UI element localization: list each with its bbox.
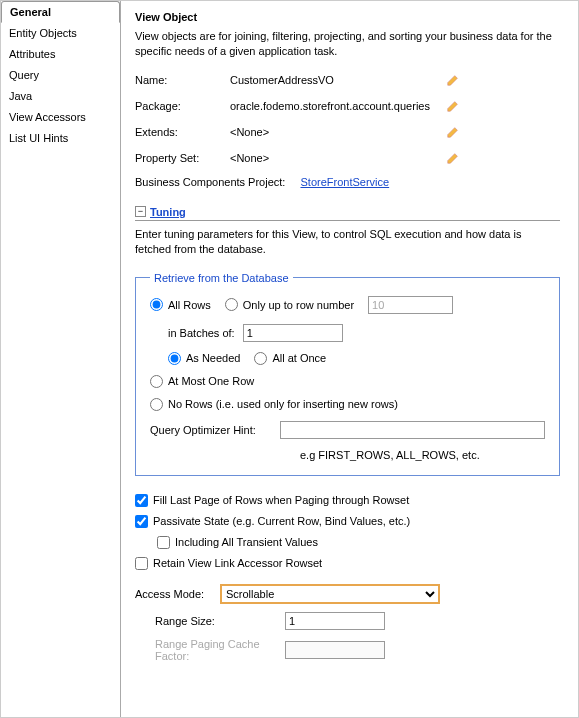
qoh-label: Query Optimizer Hint: xyxy=(150,424,280,436)
fill-last-label: Fill Last Page of Rows when Paging throu… xyxy=(153,494,409,506)
range-cache-input[interactable] xyxy=(285,641,385,659)
passivate-checkbox[interactable] xyxy=(135,515,148,528)
sidebar-tab-java[interactable]: Java xyxy=(1,86,120,107)
batches-label: in Batches of: xyxy=(168,327,235,339)
page-description: View objects are for joining, filtering,… xyxy=(135,29,560,60)
sidebar-tab-general[interactable]: General xyxy=(1,1,120,23)
including-trans-label: Including All Transient Values xyxy=(175,536,318,548)
edit-package-icon[interactable] xyxy=(445,98,461,114)
tab-label: Query xyxy=(9,69,39,81)
sidebar-tab-attributes[interactable]: Attributes xyxy=(1,44,120,65)
at-most-one-label: At Most One Row xyxy=(168,375,254,387)
no-rows-option[interactable]: No Rows (i.e. used only for inserting ne… xyxy=(150,398,398,411)
package-label: Package: xyxy=(135,100,230,112)
edit-propset-icon[interactable] xyxy=(445,150,461,166)
only-up-to-option[interactable]: Only up to row number xyxy=(225,298,354,311)
tab-label: Entity Objects xyxy=(9,27,77,39)
tuning-description: Enter tuning parameters for this View, t… xyxy=(135,227,560,258)
tab-label: Attributes xyxy=(9,48,55,60)
fill-last-checkbox[interactable] xyxy=(135,494,148,507)
tab-label: View Accessors xyxy=(9,111,86,123)
including-trans-row: Including All Transient Values xyxy=(157,536,560,549)
bcp-label: Business Components Project: xyxy=(135,176,285,188)
prop-row-name: Name: CustomerAddressVO xyxy=(135,72,560,88)
bcp-link[interactable]: StoreFrontService xyxy=(300,176,389,188)
retrieve-mode-row: All Rows Only up to row number xyxy=(150,296,545,314)
retain-vla-checkbox[interactable] xyxy=(135,557,148,570)
retain-vla-label: Retain View Link Accessor Rowset xyxy=(153,557,322,569)
tab-label: List UI Hints xyxy=(9,132,68,144)
as-needed-label: As Needed xyxy=(186,352,240,364)
qoh-row: Query Optimizer Hint: xyxy=(150,421,545,439)
page-title: View Object xyxy=(135,11,560,23)
range-size-row: Range Size: xyxy=(135,612,560,630)
tuning-expander-icon[interactable]: − xyxy=(135,206,146,217)
as-needed-option[interactable]: As Needed xyxy=(168,352,240,365)
batches-input[interactable] xyxy=(243,324,343,342)
name-value: CustomerAddressVO xyxy=(230,74,445,86)
sidebar: General Entity Objects Attributes Query … xyxy=(1,1,121,717)
edit-name-icon[interactable] xyxy=(445,72,461,88)
all-at-once-label: All at Once xyxy=(272,352,326,364)
tuning-title[interactable]: Tuning xyxy=(150,206,186,218)
name-label: Name: xyxy=(135,74,230,86)
at-most-one-row: At Most One Row xyxy=(150,375,545,388)
passivate-label: Passivate State (e.g. Current Row, Bind … xyxy=(153,515,410,527)
edit-extends-icon[interactable] xyxy=(445,124,461,140)
tab-label: Java xyxy=(9,90,32,102)
retrieve-legend: Retrieve from the Database xyxy=(150,272,293,284)
range-size-input[interactable] xyxy=(285,612,385,630)
access-mode-label: Access Mode: xyxy=(135,588,220,600)
prop-row-extends: Extends: <None> xyxy=(135,124,560,140)
main-panel: View Object View objects are for joining… xyxy=(121,1,578,717)
sidebar-tab-list-ui-hints[interactable]: List UI Hints xyxy=(1,128,120,149)
package-value: oracle.fodemo.storefront.account.queries xyxy=(230,100,445,112)
only-up-to-label: Only up to row number xyxy=(243,299,354,311)
no-rows-row: No Rows (i.e. used only for inserting ne… xyxy=(150,398,545,411)
tab-label: General xyxy=(10,6,51,18)
passivate-row: Passivate State (e.g. Current Row, Bind … xyxy=(135,515,560,528)
propset-label: Property Set: xyxy=(135,152,230,164)
access-mode-row: Access Mode: Scrollable xyxy=(135,584,560,604)
retain-vla-row: Retain View Link Accessor Rowset xyxy=(135,557,560,570)
sidebar-tabs: General Entity Objects Attributes Query … xyxy=(1,1,120,149)
app-container: General Entity Objects Attributes Query … xyxy=(0,0,579,718)
tuning-section-header: − Tuning xyxy=(135,206,560,221)
as-needed-radio[interactable] xyxy=(168,352,181,365)
all-at-once-radio[interactable] xyxy=(254,352,267,365)
only-up-to-input[interactable] xyxy=(368,296,453,314)
all-rows-option[interactable]: All Rows xyxy=(150,298,211,311)
extends-value: <None> xyxy=(230,126,445,138)
range-size-label: Range Size: xyxy=(155,615,285,627)
sidebar-tab-entity-objects[interactable]: Entity Objects xyxy=(1,23,120,44)
all-at-once-option[interactable]: All at Once xyxy=(254,352,326,365)
range-cache-row: Range Paging Cache Factor: xyxy=(135,638,560,662)
bcp-row: Business Components Project: StoreFrontS… xyxy=(135,176,560,188)
no-rows-radio[interactable] xyxy=(150,398,163,411)
access-mode-select[interactable]: Scrollable xyxy=(220,584,440,604)
including-trans-checkbox[interactable] xyxy=(157,536,170,549)
qoh-input[interactable] xyxy=(280,421,545,439)
at-most-one-radio[interactable] xyxy=(150,375,163,388)
extends-label: Extends: xyxy=(135,126,230,138)
only-up-to-radio[interactable] xyxy=(225,298,238,311)
fetch-mode-row: As Needed All at Once xyxy=(168,352,545,365)
prop-row-propset: Property Set: <None> xyxy=(135,150,560,166)
sidebar-tab-query[interactable]: Query xyxy=(1,65,120,86)
prop-row-package: Package: oracle.fodemo.storefront.accoun… xyxy=(135,98,560,114)
all-rows-radio[interactable] xyxy=(150,298,163,311)
no-rows-label: No Rows (i.e. used only for inserting ne… xyxy=(168,398,398,410)
propset-value: <None> xyxy=(230,152,445,164)
at-most-one-option[interactable]: At Most One Row xyxy=(150,375,254,388)
all-rows-label: All Rows xyxy=(168,299,211,311)
sidebar-tab-view-accessors[interactable]: View Accessors xyxy=(1,107,120,128)
fill-last-row: Fill Last Page of Rows when Paging throu… xyxy=(135,494,560,507)
retrieve-fieldset: Retrieve from the Database All Rows Only… xyxy=(135,272,560,476)
range-cache-label: Range Paging Cache Factor: xyxy=(155,638,285,662)
qoh-hint: e.g FIRST_ROWS, ALL_ROWS, etc. xyxy=(300,449,545,461)
batches-row: in Batches of: xyxy=(168,324,545,342)
